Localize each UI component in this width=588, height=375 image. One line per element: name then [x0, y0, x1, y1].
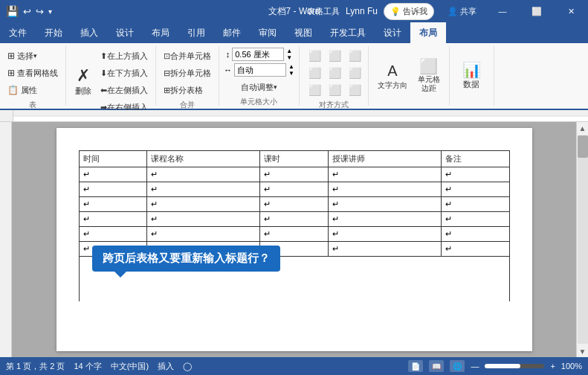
close-button[interactable]: ✕ [554, 0, 588, 22]
tab-table-layout[interactable]: 布局 [410, 22, 446, 43]
text-direction-icon: A [387, 61, 397, 80]
split-table-icon: ⊞ [164, 86, 170, 95]
align-bottom-right-button[interactable]: ⬜ [344, 83, 366, 97]
header-cell-hours: 课时 [260, 151, 328, 167]
view-print-button[interactable]: 📄 [408, 360, 423, 372]
share-button[interactable]: 👤 共享 [440, 4, 484, 19]
status-bar: 第 1 页，共 2 页 14 个字 中文(中国) 插入 ◯ 📄 📖 🌐 — + … [0, 357, 588, 375]
cell-size-group-label: 单元格大小 [240, 95, 277, 107]
cell-height-spinner[interactable]: ▲▼ [286, 48, 292, 61]
header-cell-remarks: 备注 [442, 151, 509, 167]
align-top-center-button[interactable]: ⬜ [324, 48, 346, 63]
data-icon: 📊 [462, 61, 481, 79]
data-button[interactable]: 📊 数据 [458, 58, 485, 93]
split-table-button[interactable]: ⊞ 拆分表格 [161, 82, 206, 98]
align-middle-left-button[interactable]: ⬜ [304, 65, 326, 80]
title-bar: 💾 ↩ ↪ ▾ 文档7 - Word 表格工具 Lynn Fu 💡 告诉我 👤 … [0, 0, 588, 22]
text-direction-button[interactable]: A 文字方向 [373, 58, 412, 93]
tab-review[interactable]: 审阅 [250, 22, 285, 43]
window-controls: — ⬜ ✕ [485, 0, 588, 22]
cell-width-icon: ↔ [224, 65, 232, 74]
ribbon-group-text-direction: A 文字方向 ⬜ 单元格 边距 [369, 46, 450, 106]
table-row: ↵↵↵↵↵ [79, 197, 509, 212]
cell-margin-button[interactable]: ⬜ 单元格 边距 [413, 54, 445, 96]
split-cells-button[interactable]: ⊟ 拆分单元格 [161, 65, 214, 81]
properties-button[interactable]: 📋 属性 [4, 82, 61, 98]
zoom-slider[interactable] [485, 364, 544, 368]
table-header-row: 时间 课程名称 课时 授课讲师 备注 [79, 151, 509, 167]
tab-home[interactable]: 开始 [36, 22, 71, 43]
insert-left-button[interactable]: ⬅ 在左侧插入 [97, 82, 151, 98]
overtype-icon: ◯ [183, 362, 192, 371]
tab-layout[interactable]: 布局 [143, 22, 178, 43]
table-row: 跨页后表格又要重新输入标题行？ [79, 257, 509, 301]
ribbon-group-merge: ⊡ 合并单元格 ⊟ 拆分单元格 ⊞ 拆分表格 合并 [156, 46, 219, 106]
tab-references[interactable]: 引用 [178, 22, 214, 43]
undo-icon[interactable]: ↩ [23, 6, 31, 17]
vertical-ruler [0, 122, 12, 357]
horizontal-ruler: // ticks rendered via CSS [0, 110, 588, 122]
tab-insert[interactable]: 插入 [71, 22, 107, 43]
insert-above-button[interactable]: ⬆ 在上方插入 [97, 48, 151, 64]
auto-adjust-button[interactable]: 自动调整 ▾ [238, 79, 280, 95]
cell-width-spinner[interactable]: ▲▼ [288, 63, 294, 77]
insert-above-icon: ⬆ [100, 51, 107, 61]
username: Lynn Fu [346, 6, 378, 16]
header-cell-course: 课程名称 [146, 151, 259, 167]
minus-zoom-button[interactable]: — [471, 362, 479, 371]
gridlines-icon: ⊞ [7, 68, 15, 78]
document-area: 时间 课程名称 课时 授课讲师 备注 ↵↵↵↵↵ ↵↵↵↵↵ ↵↵↵↵↵ ↵↵↵… [0, 122, 588, 357]
cell-height-icon: ↕ [226, 50, 230, 59]
merge-cells-button[interactable]: ⊡ 合并单元格 [161, 48, 214, 64]
insert-below-button[interactable]: ⬇ 在下方插入 [97, 65, 151, 81]
ribbon-content: ⊞ 选择▾ ⊞ 查看网格线 📋 属性 表 ✗ 删除 [0, 43, 588, 110]
view-read-button[interactable]: 📖 [429, 360, 444, 372]
page-container: 时间 课程名称 课时 授课讲师 备注 ↵↵↵↵↵ ↵↵↵↵↵ ↵↵↵↵↵ ↵↵↵… [12, 122, 576, 357]
view-gridlines-button[interactable]: ⊞ 查看网格线 [4, 65, 61, 81]
align-top-left-button[interactable]: ⬜ [304, 48, 326, 63]
tab-design[interactable]: 设计 [107, 22, 143, 43]
tell-me-button[interactable]: 💡 告诉我 [384, 3, 434, 20]
user-area: 表格工具 Lynn Fu 💡 告诉我 👤 共享 [307, 3, 484, 20]
tab-developer[interactable]: 开发工具 [321, 22, 375, 43]
table-group-label: 表 [29, 98, 36, 110]
word-count: 14 个字 [74, 361, 101, 372]
header-cell-instructor: 授课讲师 [328, 151, 441, 167]
cell-height-input[interactable] [232, 48, 284, 61]
tab-table-design[interactable]: 设计 [375, 22, 410, 43]
align-bottom-center-button[interactable]: ⬜ [324, 83, 346, 97]
document-table: 时间 课程名称 课时 授课讲师 备注 ↵↵↵↵↵ ↵↵↵↵↵ ↵↵↵↵↵ ↵↵↵… [79, 150, 510, 301]
view-web-button[interactable]: 🌐 [450, 360, 465, 372]
table-row: ↵↵↵↵↵ [79, 182, 509, 197]
zoom-level: 100% [561, 362, 582, 371]
scroll-up-button[interactable]: ▲ [577, 122, 589, 134]
tab-file[interactable]: 文件 [0, 22, 36, 43]
tab-view[interactable]: 视图 [285, 22, 321, 43]
align-middle-right-button[interactable]: ⬜ [344, 65, 366, 80]
ruler-corner[interactable] [0, 110, 13, 122]
ribbon-group-table: ⊞ 选择▾ ⊞ 查看网格线 📋 属性 表 [0, 46, 66, 106]
customize-quick-access-icon[interactable]: ▾ [48, 7, 52, 16]
table-row: ↵↵↵↵↵ [79, 212, 509, 227]
plus-zoom-button[interactable]: + [550, 362, 555, 371]
vertical-scrollbar[interactable]: ▲ ▼ [576, 122, 588, 357]
save-icon[interactable]: 💾 [6, 5, 19, 17]
scroll-down-button[interactable]: ▼ [577, 345, 589, 357]
merge-cells-icon: ⊡ [164, 51, 170, 61]
alignment-group-label: 对齐方式 [319, 98, 349, 110]
delete-button[interactable]: ✗ 删除 [71, 63, 96, 100]
maximize-button[interactable]: ⬜ [520, 0, 554, 22]
input-mode: 插入 [158, 361, 174, 372]
lightbulb-icon: 💡 [390, 7, 401, 16]
quick-access-toolbar: 💾 ↩ ↪ ▾ [0, 5, 58, 17]
align-top-right-button[interactable]: ⬜ [344, 48, 366, 63]
minimize-button[interactable]: — [485, 0, 520, 22]
align-middle-center-button[interactable]: ⬜ [324, 65, 346, 80]
redo-icon[interactable]: ↪ [36, 6, 44, 17]
tab-mailings[interactable]: 邮件 [214, 22, 250, 43]
ruler-track: // ticks rendered via CSS [13, 110, 588, 121]
scroll-thumb[interactable] [578, 135, 588, 158]
select-button[interactable]: ⊞ 选择▾ [4, 48, 61, 64]
align-bottom-left-button[interactable]: ⬜ [304, 83, 326, 97]
cell-width-input[interactable] [234, 63, 286, 77]
